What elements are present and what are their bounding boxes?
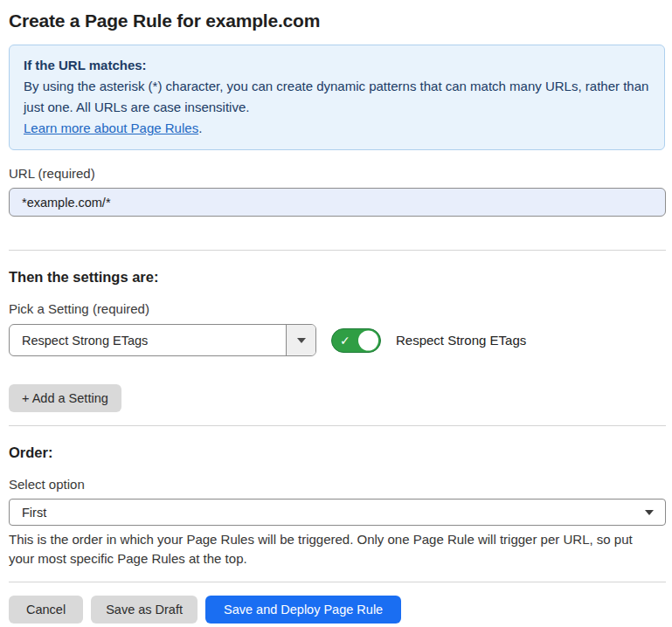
setting-select[interactable]: Respect Strong ETags	[9, 324, 316, 356]
setting-picker-label: Pick a Setting (required)	[9, 301, 665, 316]
create-page-rule-form: Create a Page Rule for example.com If th…	[0, 0, 672, 624]
chevron-down-icon	[645, 510, 654, 515]
url-input[interactable]	[9, 188, 666, 217]
divider	[9, 582, 666, 582]
learn-more-link[interactable]: Learn more about Page Rules	[24, 121, 198, 135]
setting-select-value: Respect Strong ETags	[10, 325, 286, 355]
order-section-heading: Order:	[9, 444, 665, 461]
save-as-draft-button[interactable]: Save as Draft	[91, 596, 197, 624]
settings-section-heading: Then the settings are:	[9, 269, 665, 286]
setting-row: Respect Strong ETags ✓ Respect Strong ET…	[9, 324, 665, 356]
add-setting-button[interactable]: + Add a Setting	[9, 384, 121, 412]
divider	[9, 425, 666, 426]
order-select-value: First	[22, 506, 46, 520]
toggle-knob	[358, 330, 378, 350]
footer-actions: Cancel Save as Draft Save and Deploy Pag…	[9, 596, 665, 624]
info-callout-heading: If the URL matches:	[24, 55, 650, 76]
chevron-down-icon	[297, 338, 306, 343]
url-field-label: URL (required)	[9, 166, 665, 181]
respect-strong-etags-toggle[interactable]: ✓	[331, 328, 381, 353]
link-suffix: .	[198, 121, 202, 135]
toggle-label: Respect Strong ETags	[396, 333, 526, 348]
cancel-button[interactable]: Cancel	[9, 596, 83, 624]
info-callout-link-line: Learn more about Page Rules.	[24, 118, 650, 139]
order-help-text: This is the order in which your Page Rul…	[9, 530, 655, 568]
page-title: Create a Page Rule for example.com	[9, 10, 665, 31]
divider	[9, 250, 666, 251]
url-match-info-callout: If the URL matches: By using the asteris…	[9, 45, 665, 150]
setting-select-arrow-button[interactable]	[286, 325, 315, 355]
check-icon: ✓	[340, 334, 350, 346]
info-callout-body: By using the asterisk (*) character, you…	[24, 76, 650, 118]
save-and-deploy-button[interactable]: Save and Deploy Page Rule	[205, 596, 401, 624]
order-select-label: Select option	[9, 477, 665, 492]
order-select[interactable]: First	[9, 499, 666, 526]
